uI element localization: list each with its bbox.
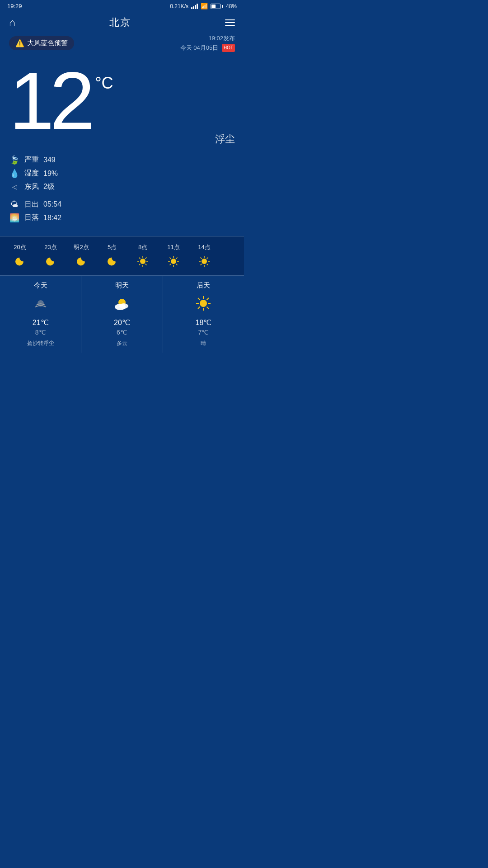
- svg-line-16: [176, 257, 178, 259]
- aqi-label: 严重: [24, 155, 39, 165]
- svg-line-26: [201, 264, 202, 265]
- sun-icon: [136, 255, 149, 269]
- aqi-value: 349: [43, 156, 56, 164]
- hourly-item: 5点: [97, 243, 127, 269]
- svg-line-15: [176, 264, 178, 265]
- daily-forecast: 今天21℃8℃扬沙转浮尘明天20℃6℃多云后天18℃7℃晴: [0, 275, 244, 353]
- moon-icon: [106, 255, 118, 269]
- wind-level: 2级: [43, 182, 55, 192]
- moon-icon: [75, 255, 88, 269]
- moon-icon: [14, 255, 26, 269]
- aqi-row: 🍃 严重 349: [9, 155, 235, 165]
- sunrise-time: 05:54: [43, 200, 61, 208]
- hourly-time: 明2点: [74, 243, 89, 251]
- hourly-time: 20点: [14, 243, 26, 251]
- daily-item: 今天21℃8℃扬沙转浮尘: [0, 276, 81, 353]
- hot-badge: HOT: [222, 44, 235, 52]
- hourly-item: 11点: [158, 243, 189, 269]
- moon-icon: [44, 255, 57, 269]
- hourly-item: 20点: [5, 243, 35, 269]
- humidity-icon: 💧: [9, 169, 20, 179]
- svg-point-31: [200, 300, 207, 307]
- weather-stats: 🍃 严重 349 💧 湿度 19% ◁ 东风 2级 🌤 日出 05:54 🌅 日…: [0, 142, 244, 227]
- svg-line-24: [207, 264, 208, 265]
- dusty-icon: [33, 295, 49, 315]
- svg-line-14: [170, 257, 171, 259]
- publish-time: 19:02发布: [180, 34, 235, 43]
- sun-icon: [198, 255, 211, 269]
- daily-condition: 扬沙转浮尘: [27, 340, 54, 347]
- city-name: 北京: [109, 16, 131, 29]
- daily-day-label: 明天: [115, 281, 129, 290]
- sunset-label: 日落: [24, 213, 39, 222]
- sunrise-label: 日出: [24, 200, 39, 209]
- wifi-icon: 📶: [201, 3, 208, 9]
- daily-item: 明天20℃6℃多云: [81, 276, 163, 353]
- sunset-time: 18:42: [43, 214, 61, 222]
- humidity-value: 19%: [43, 170, 58, 178]
- svg-point-9: [171, 259, 176, 264]
- sunset-row: 🌅 日落 18:42: [9, 213, 235, 223]
- sunrise-row: 🌤 日出 05:54: [9, 200, 235, 209]
- hourly-time: 8点: [138, 243, 147, 251]
- alert-badge[interactable]: ⚠️ 大风蓝色预警: [9, 36, 74, 50]
- hourly-time: 5点: [108, 243, 117, 251]
- hourly-item: 14点: [189, 243, 220, 269]
- alert-bar: ⚠️ 大风蓝色预警 19:02发布 今天 04月05日 HOT: [0, 31, 244, 56]
- hourly-item: 23点: [35, 243, 66, 269]
- sunny-icon: [195, 295, 211, 315]
- leaf-icon: 🍃: [9, 155, 20, 165]
- daily-lo-temp: 7℃: [198, 329, 209, 336]
- daily-lo-temp: 8℃: [35, 329, 46, 336]
- svg-line-6: [145, 264, 147, 265]
- partly-cloudy-icon: [113, 295, 131, 315]
- svg-line-5: [139, 257, 141, 259]
- hourly-item: 8点: [127, 243, 158, 269]
- wind-icon: ◁: [9, 183, 20, 190]
- svg-line-25: [207, 257, 208, 259]
- status-bar: 19:29 0.21K/s 📶 48%: [0, 0, 244, 12]
- hourly-time: 14点: [198, 243, 210, 251]
- daily-day-label: 后天: [197, 281, 210, 290]
- svg-line-23: [201, 257, 202, 259]
- alert-info: 19:02发布 今天 04月05日 HOT: [180, 34, 235, 53]
- signal-icon: [191, 4, 198, 9]
- hourly-item: 明2点: [66, 243, 97, 269]
- daily-day-label: 今天: [34, 281, 47, 290]
- weather-condition: 浮尘: [215, 132, 235, 146]
- svg-line-37: [207, 307, 209, 309]
- temperature-value: 12: [9, 60, 90, 142]
- alert-text: 大风蓝色预警: [27, 39, 68, 47]
- daily-condition: 晴: [201, 340, 206, 347]
- temperature-unit: °C: [95, 74, 113, 93]
- svg-line-36: [198, 298, 200, 300]
- warning-icon: ⚠️: [15, 39, 24, 47]
- hourly-time: 11点: [167, 243, 179, 251]
- alert-date: 今天 04月05日 HOT: [180, 43, 235, 53]
- svg-line-39: [198, 307, 200, 309]
- sunset-icon: 🌅: [9, 213, 20, 223]
- battery-percent: 48%: [226, 3, 237, 9]
- network-speed: 0.21K/s: [170, 3, 188, 9]
- svg-point-18: [202, 259, 207, 264]
- hourly-time: 23点: [44, 243, 56, 251]
- home-icon[interactable]: ⌂: [9, 16, 16, 29]
- battery-icon: [211, 4, 223, 9]
- sun-icon: [167, 255, 180, 269]
- svg-point-0: [140, 259, 145, 264]
- hourly-forecast: 20点23点明2点5点8点11点14点: [0, 236, 244, 275]
- daily-lo-temp: 6℃: [117, 329, 127, 336]
- daily-hi-temp: 20℃: [114, 318, 130, 327]
- daily-hi-temp: 18℃: [195, 318, 211, 327]
- humidity-row: 💧 湿度 19%: [9, 169, 235, 179]
- menu-button[interactable]: [225, 19, 235, 26]
- svg-line-8: [139, 264, 141, 265]
- hourly-scroll[interactable]: 20点23点明2点5点8点11点14点: [0, 237, 244, 275]
- wind-row: ◁ 东风 2级: [9, 182, 235, 192]
- status-right: 0.21K/s 📶 48%: [170, 3, 237, 9]
- svg-line-38: [207, 298, 209, 300]
- sunrise-icon: 🌤: [9, 200, 20, 209]
- daily-condition: 多云: [117, 340, 127, 347]
- humidity-label: 湿度: [24, 169, 39, 178]
- svg-point-30: [119, 303, 128, 309]
